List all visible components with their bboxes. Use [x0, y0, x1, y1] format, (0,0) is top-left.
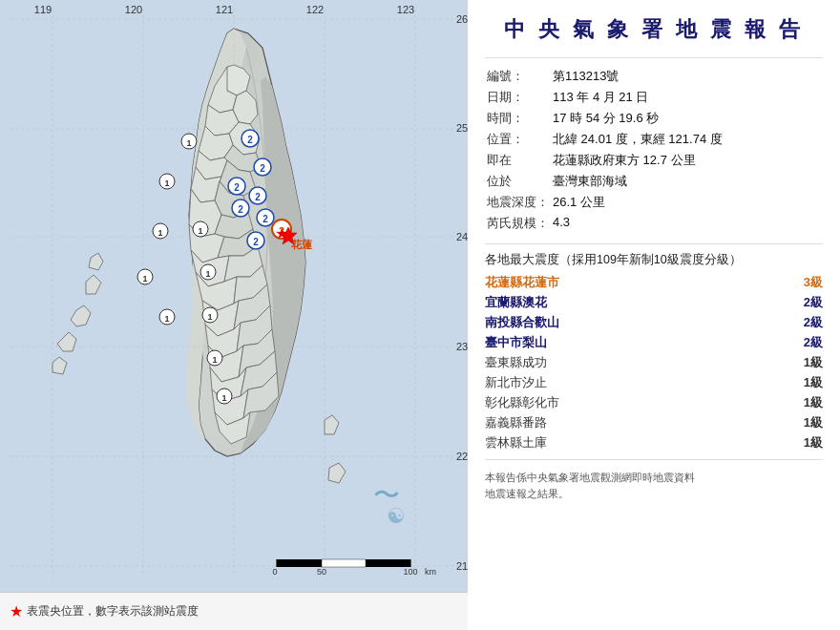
intensity-location: 臺東縣成功	[485, 354, 804, 371]
intensity-item: 宜蘭縣澳花2級	[485, 294, 823, 311]
svg-text:1: 1	[221, 393, 226, 403]
intensity-level: 3級	[804, 274, 823, 291]
intensity-location: 彰化縣彰化市	[485, 394, 804, 411]
svg-text:22: 22	[456, 451, 468, 462]
map-legend: ★ 表震央位置，數字表示該測站震度	[0, 592, 468, 630]
svg-text:2: 2	[238, 204, 243, 215]
intensity-item: 南投縣合歡山2級	[485, 314, 823, 331]
svg-rect-71	[366, 559, 410, 567]
svg-text:1: 1	[198, 226, 202, 236]
svg-text:0: 0	[272, 567, 277, 577]
intensity-list: 花蓮縣花蓮市3級宜蘭縣澳花2級南投縣合歡山2級臺中市梨山2級臺東縣成功1級新北市…	[485, 274, 823, 452]
intensity-level: 1級	[804, 354, 823, 371]
svg-text:24: 24	[456, 231, 468, 242]
intensity-level: 1級	[804, 414, 823, 431]
taiwan-map: 119 120 121 122 123 26 25 24 23 22 21	[0, 0, 468, 592]
legend-star: ★	[10, 602, 23, 620]
svg-text:1: 1	[186, 138, 191, 148]
intensity-item: 雲林縣土庫1級	[485, 434, 823, 452]
intensity-location: 南投縣合歡山	[485, 314, 804, 331]
time-label: 時間：	[485, 108, 551, 129]
svg-text:23: 23	[456, 341, 468, 352]
svg-text:119: 119	[34, 4, 52, 15]
intensity-location: 新北市汐止	[485, 374, 804, 391]
intensity-level: 1級	[804, 394, 823, 411]
svg-text:120: 120	[125, 4, 142, 15]
intensity-location: 宜蘭縣澳花	[485, 294, 804, 311]
legend-text: 表震央位置，數字表示該測站震度	[27, 603, 199, 620]
depth-label: 地震深度：	[485, 192, 551, 213]
svg-text:1: 1	[164, 178, 169, 188]
intensity-location: 嘉義縣番路	[485, 414, 804, 431]
intensity-section: 各地最大震度（採用109年新制10級震度分級） 花蓮縣花蓮市3級宜蘭縣澳花2級南…	[485, 252, 823, 452]
intensity-item: 彰化縣彰化市1級	[485, 394, 823, 411]
date-label: 日期：	[485, 87, 551, 108]
footer-note: 本報告係中央氣象署地震觀測網即時地震資料 地震速報之結果。	[485, 470, 823, 501]
number-label: 編號：	[485, 66, 551, 87]
depth-value: 26.1 公里	[551, 192, 823, 213]
svg-text:122: 122	[306, 4, 324, 15]
svg-text:1: 1	[205, 269, 210, 279]
intensity-item: 臺東縣成功1級	[485, 354, 823, 371]
intensity-level: 1級	[804, 374, 823, 391]
svg-rect-69	[277, 559, 322, 567]
nearby-label: 即在	[485, 150, 551, 171]
intensity-location: 臺中市梨山	[485, 334, 804, 351]
svg-text:1: 1	[158, 228, 162, 238]
svg-text:100: 100	[403, 567, 417, 577]
intensity-level: 2級	[804, 294, 823, 311]
svg-text:123: 123	[397, 4, 414, 15]
svg-rect-70	[322, 559, 366, 567]
intensity-item: 花蓮縣花蓮市3級	[485, 274, 823, 291]
number-value: 第113213號	[551, 66, 823, 87]
svg-text:☯: ☯	[387, 504, 406, 528]
nearby-value: 花蓮縣政府東方 12.7 公里	[551, 150, 823, 171]
svg-text:21: 21	[456, 560, 468, 572]
svg-text:1: 1	[142, 274, 147, 284]
intensity-level: 2級	[804, 334, 823, 351]
svg-text:50: 50	[317, 567, 326, 577]
report-title: 中 央 氣 象 署 地 震 報 告	[485, 15, 823, 44]
svg-text:1: 1	[212, 355, 217, 365]
svg-text:km: km	[425, 567, 436, 577]
svg-text:2: 2	[253, 237, 259, 247]
map-container: 119 120 121 122 123 26 25 24 23 22 21	[0, 0, 468, 592]
intensity-location: 雲林縣土庫	[485, 434, 804, 452]
report-info-table: 編號： 第113213號 日期： 113 年 4 月 21 日 時間： 17 時…	[485, 66, 823, 234]
svg-text:2: 2	[262, 214, 268, 224]
location-label: 位置：	[485, 129, 551, 150]
region-label: 位於	[485, 171, 551, 192]
intensity-item: 新北市汐止1級	[485, 374, 823, 391]
time-value: 17 時 54 分 19.6 秒	[551, 108, 823, 129]
intensity-level: 2級	[804, 314, 823, 331]
svg-text:1: 1	[164, 314, 169, 324]
title-divider	[485, 57, 823, 58]
footer-divider	[485, 459, 823, 460]
svg-text:2: 2	[260, 163, 265, 174]
svg-text:26: 26	[456, 13, 468, 25]
svg-text:2: 2	[234, 182, 240, 193]
date-value: 113 年 4 月 21 日	[551, 87, 823, 108]
svg-text:121: 121	[216, 4, 233, 15]
magnitude-value: 4.3	[551, 213, 823, 234]
map-panel: 119 120 121 122 123 26 25 24 23 22 21	[0, 0, 468, 630]
location-value: 北緯 24.01 度，東經 121.74 度	[551, 129, 823, 150]
svg-text:25: 25	[456, 122, 468, 134]
magnitude-label: 芮氏規模：	[485, 213, 551, 234]
info-panel: 中 央 氣 象 署 地 震 報 告 編號： 第113213號 日期： 113 年…	[468, 0, 840, 630]
svg-text:1: 1	[207, 312, 212, 322]
svg-text:2: 2	[255, 192, 261, 202]
intensity-item: 嘉義縣番路1級	[485, 414, 823, 431]
section-divider	[485, 243, 823, 244]
svg-text:2: 2	[247, 135, 253, 145]
region-value: 臺灣東部海域	[551, 171, 823, 192]
intensity-title: 各地最大震度（採用109年新制10級震度分級）	[485, 252, 823, 268]
intensity-item: 臺中市梨山2級	[485, 334, 823, 351]
intensity-level: 1級	[804, 434, 823, 452]
intensity-location: 花蓮縣花蓮市	[485, 274, 804, 291]
